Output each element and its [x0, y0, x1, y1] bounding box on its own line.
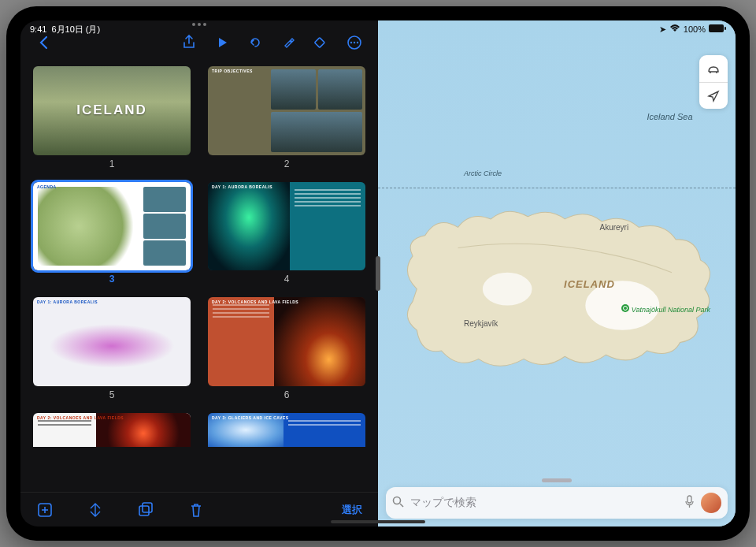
- slide-1-title: ICELAND: [76, 102, 147, 118]
- svg-point-6: [357, 42, 358, 43]
- map-mode-button[interactable]: [699, 55, 728, 82]
- svg-rect-9: [143, 503, 152, 512]
- slide-thumbnail-5[interactable]: DAY 1: AURORA BOREALIS 5: [33, 297, 191, 400]
- slide-3-title: AGENDA: [37, 184, 57, 189]
- park-pin-icon: [621, 304, 629, 312]
- slide-thumbnail-7[interactable]: DAY 2: VOLCANOES AND LAVA FIELDS: [33, 413, 191, 448]
- label-arctic-circle: Arctic Circle: [464, 169, 502, 177]
- slide-1-number: 1: [109, 158, 115, 169]
- reorder-button[interactable]: [87, 501, 104, 519]
- slide-thumbnail-3[interactable]: AGENDA 3: [33, 182, 191, 285]
- play-button[interactable]: [206, 30, 238, 55]
- label-vatnajokull-park: Vatnajökull National Park: [621, 304, 710, 314]
- label-iceland: ICELAND: [564, 278, 615, 290]
- slide-thumbnail-6[interactable]: DAY 2: VOLCANOES AND LAVA FIELDS 6: [208, 297, 365, 400]
- slide-8-title: DAY 3: GLACIERS AND ICE CAVES: [212, 415, 289, 420]
- share-button[interactable]: [173, 30, 205, 55]
- slide-grid[interactable]: ICELAND 1 TRIP OBJECTIVES 2 AGENDA: [20, 60, 378, 492]
- undo-button[interactable]: [239, 30, 271, 55]
- slide-4-title: DAY 1: AURORA BOREALIS: [212, 184, 272, 189]
- slide-6-title: DAY 2: VOLCANOES AND LAVA FIELDS: [212, 300, 298, 304]
- locate-me-button[interactable]: [699, 82, 728, 109]
- map-search-bar[interactable]: マップで検索: [386, 487, 728, 519]
- map-controls: [699, 55, 728, 109]
- keynote-toolbar: [20, 20, 378, 60]
- home-indicator[interactable]: [331, 520, 425, 523]
- label-reykjavik: Reykjavík: [464, 319, 498, 328]
- insert-button[interactable]: [306, 30, 337, 55]
- svg-point-5: [354, 42, 355, 43]
- search-card-grabber[interactable]: [542, 478, 572, 482]
- svg-rect-8: [139, 506, 149, 515]
- duplicate-button[interactable]: [137, 501, 154, 519]
- svg-point-12: [394, 497, 401, 504]
- back-button[interactable]: [28, 30, 60, 55]
- svg-rect-2: [315, 38, 325, 48]
- slide-7-title: DAY 2: VOLCANOES AND LAVA FIELDS: [37, 415, 124, 420]
- delete-button[interactable]: [187, 501, 205, 519]
- add-slide-button[interactable]: [36, 501, 54, 519]
- label-akureyri: Akureyri: [599, 223, 628, 232]
- split-view-handle[interactable]: [376, 256, 380, 291]
- slide-thumbnail-1[interactable]: ICELAND 1: [33, 66, 191, 169]
- more-button[interactable]: [339, 30, 370, 55]
- slide-thumbnail-2[interactable]: TRIP OBJECTIVES 2: [208, 66, 365, 169]
- ipad-device-frame: 9:41 6月10日 (月) ➤ 100%: [6, 6, 750, 541]
- select-button[interactable]: 選択: [342, 503, 362, 517]
- svg-rect-13: [687, 496, 691, 503]
- search-placeholder: マップで検索: [410, 496, 678, 510]
- iceland-landmass: [392, 173, 721, 405]
- slide-5-number: 5: [109, 389, 115, 400]
- screen: 9:41 6月10日 (月) ➤ 100%: [20, 20, 736, 527]
- svg-point-11: [483, 272, 532, 305]
- slide-thumbnail-4[interactable]: DAY 1: AURORA BOREALIS 4: [208, 182, 365, 285]
- slide-3-number: 3: [109, 274, 115, 285]
- search-icon: [392, 496, 404, 510]
- slide-6-number: 6: [284, 389, 290, 400]
- slide-thumbnail-8[interactable]: DAY 3: GLACIERS AND ICE CAVES: [208, 413, 365, 448]
- multitask-control-left[interactable]: [192, 23, 206, 26]
- dictation-icon[interactable]: [684, 495, 695, 512]
- maps-app-pane: Iceland Sea Arctic Circle ICELAND Reykja…: [378, 20, 736, 527]
- slide-5-title: DAY 1: AURORA BOREALIS: [37, 300, 98, 304]
- slide-4-number: 4: [284, 274, 290, 285]
- label-iceland-sea: Iceland Sea: [647, 112, 692, 121]
- svg-point-4: [350, 42, 352, 43]
- keynote-app-pane: ICELAND 1 TRIP OBJECTIVES 2 AGENDA: [20, 20, 378, 527]
- keynote-bottom-toolbar: 選択: [20, 492, 378, 527]
- user-avatar[interactable]: [701, 493, 721, 513]
- slide-2-title: TRIP OBJECTIVES: [212, 69, 253, 73]
- map-canvas[interactable]: Iceland Sea Arctic Circle ICELAND Reykja…: [378, 20, 736, 527]
- format-brush-button[interactable]: [272, 30, 304, 55]
- slide-2-number: 2: [284, 158, 290, 169]
